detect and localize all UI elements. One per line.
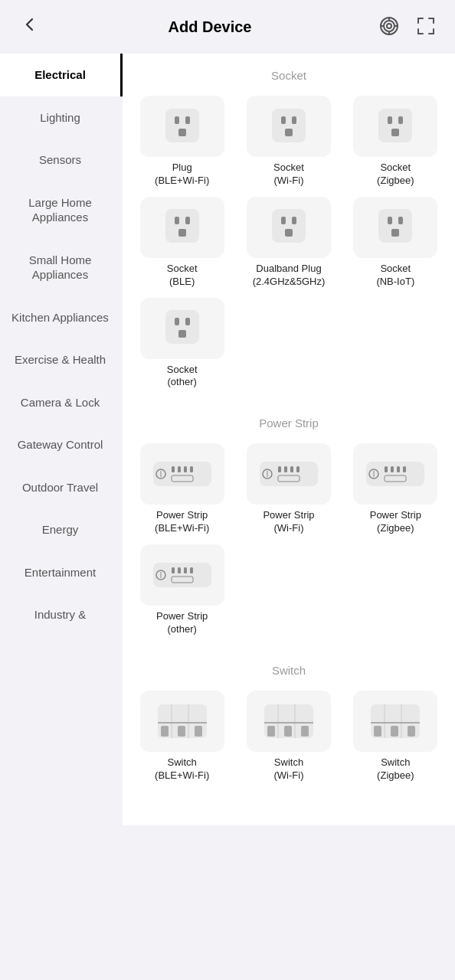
svg-rect-82 xyxy=(178,726,185,737)
device-ps-zigbee[interactable]: Power Strip(Zigbee) xyxy=(347,443,444,535)
section-header-switch: Switch xyxy=(130,648,447,684)
device-socket-nbiot[interactable]: Socket(NB-IoT) xyxy=(347,197,444,289)
sidebar-item-lighting[interactable]: Lighting xyxy=(0,96,123,139)
svg-rect-55 xyxy=(284,466,287,472)
socket-icon xyxy=(266,106,312,148)
svg-rect-48 xyxy=(184,466,187,472)
svg-rect-35 xyxy=(378,209,412,243)
socket-icon xyxy=(159,106,205,148)
back-icon xyxy=(21,16,38,33)
sidebar-item-entertainment[interactable]: Entertainment xyxy=(0,551,123,594)
target-button[interactable] xyxy=(375,12,403,42)
device-plug-ble-wifi[interactable]: Plug(BLE+Wi-Fi) xyxy=(133,96,231,188)
section-header-powerstrip: Power Strip xyxy=(130,401,447,437)
powerstrip-grid: Power Strip(BLE+Wi-Fi) Pow xyxy=(130,437,447,648)
sidebar-item-exercise[interactable]: Exercise & Health xyxy=(0,338,123,381)
svg-rect-41 xyxy=(185,318,190,325)
device-socket-ble[interactable]: Socket(BLE) xyxy=(133,197,231,289)
switch-icon xyxy=(155,701,210,741)
device-socket-zigbee[interactable]: Socket(Zigbee) xyxy=(347,96,444,188)
sidebar-item-sensors[interactable]: Sensors xyxy=(0,139,123,181)
svg-rect-90 xyxy=(267,726,275,737)
svg-rect-26 xyxy=(391,129,399,136)
socket-icon xyxy=(159,206,205,248)
svg-rect-17 xyxy=(185,116,190,124)
svg-rect-40 xyxy=(175,318,179,325)
svg-rect-63 xyxy=(391,466,394,472)
device-sw-zigbee[interactable]: Switch(Zigbee) xyxy=(347,691,444,782)
scan-icon xyxy=(415,15,437,37)
svg-rect-92 xyxy=(301,726,309,737)
svg-rect-83 xyxy=(195,726,202,737)
scan-button[interactable] xyxy=(412,12,440,42)
svg-rect-23 xyxy=(378,109,412,142)
device-sw-wifi[interactable]: Switch(Wi-Fi) xyxy=(240,691,337,782)
sidebar-item-small-home[interactable]: Small Home Appliances xyxy=(0,239,123,296)
svg-rect-38 xyxy=(391,229,399,237)
svg-rect-32 xyxy=(281,217,286,224)
svg-rect-71 xyxy=(178,567,181,573)
svg-rect-14 xyxy=(433,28,434,34)
svg-rect-51 xyxy=(260,462,318,486)
svg-point-2 xyxy=(387,24,391,28)
powerstrip-icon xyxy=(258,456,319,492)
socket-icon xyxy=(159,307,205,349)
svg-rect-101 xyxy=(408,726,415,737)
svg-rect-27 xyxy=(165,209,199,243)
switch-grid: Switch(BLE+Wi-Fi) xyxy=(130,684,447,795)
sidebar-item-industry[interactable]: Industry & xyxy=(0,593,123,636)
device-ps-other[interactable]: Power Strip(other) xyxy=(133,544,231,636)
svg-rect-29 xyxy=(185,217,190,224)
socket-icon xyxy=(372,106,418,148)
svg-rect-12 xyxy=(417,28,419,34)
main-content: Electrical Lighting Sensors Large Home A… xyxy=(0,54,455,825)
bottom-spacer xyxy=(130,795,447,825)
powerstrip-icon xyxy=(152,456,213,492)
sidebar-item-large-home[interactable]: Large Home Appliances xyxy=(0,181,123,239)
sidebar-item-kitchen[interactable]: Kitchen Appliances xyxy=(0,296,123,339)
sidebar-item-gateway[interactable]: Gateway Control xyxy=(0,423,123,466)
powerstrip-icon xyxy=(152,557,213,593)
svg-rect-15 xyxy=(165,109,199,142)
svg-rect-42 xyxy=(178,330,186,338)
svg-rect-39 xyxy=(165,310,199,344)
device-ps-wifi[interactable]: Power Strip(Wi-Fi) xyxy=(240,443,337,535)
svg-rect-16 xyxy=(175,116,179,124)
socket-icon xyxy=(372,206,418,248)
section-header-socket: Socket xyxy=(130,54,447,90)
device-sw-ble-wifi[interactable]: Switch(BLE+Wi-Fi) xyxy=(133,691,231,782)
svg-rect-67 xyxy=(153,563,211,587)
socket-icon xyxy=(266,206,312,248)
svg-rect-49 xyxy=(190,466,193,472)
back-button[interactable] xyxy=(15,13,44,41)
svg-rect-33 xyxy=(292,217,296,224)
powerstrip-icon xyxy=(365,456,426,492)
svg-rect-20 xyxy=(281,116,286,124)
svg-rect-34 xyxy=(285,229,293,237)
svg-rect-56 xyxy=(290,466,293,472)
header-icons xyxy=(375,12,440,42)
device-socket-other[interactable]: Socket(other) xyxy=(133,298,231,390)
device-dualband-plug[interactable]: Dualband Plug(2.4GHz&5GHz) xyxy=(240,197,337,289)
svg-rect-91 xyxy=(284,726,292,737)
svg-rect-31 xyxy=(272,209,306,243)
svg-rect-59 xyxy=(366,462,424,486)
svg-rect-37 xyxy=(398,217,403,224)
svg-rect-25 xyxy=(398,116,403,124)
svg-rect-46 xyxy=(172,466,175,472)
svg-rect-62 xyxy=(385,466,388,472)
svg-point-1 xyxy=(384,21,394,31)
sidebar-item-energy[interactable]: Energy xyxy=(0,508,123,551)
device-ps-ble-wifi[interactable]: Power Strip(BLE+Wi-Fi) xyxy=(133,443,231,535)
svg-rect-70 xyxy=(172,567,175,573)
svg-rect-73 xyxy=(190,567,193,573)
sidebar-item-electrical[interactable]: Electrical xyxy=(0,54,123,96)
svg-rect-100 xyxy=(391,726,398,737)
sidebar-item-camera[interactable]: Camera & Lock xyxy=(0,381,123,424)
svg-rect-81 xyxy=(161,726,169,737)
socket-grid: Plug(BLE+Wi-Fi) Socket(Wi-Fi) xyxy=(130,90,447,401)
svg-rect-72 xyxy=(184,567,187,573)
svg-rect-24 xyxy=(388,116,392,124)
device-socket-wifi[interactable]: Socket(Wi-Fi) xyxy=(240,96,337,188)
sidebar-item-outdoor[interactable]: Outdoor Travel xyxy=(0,466,123,509)
